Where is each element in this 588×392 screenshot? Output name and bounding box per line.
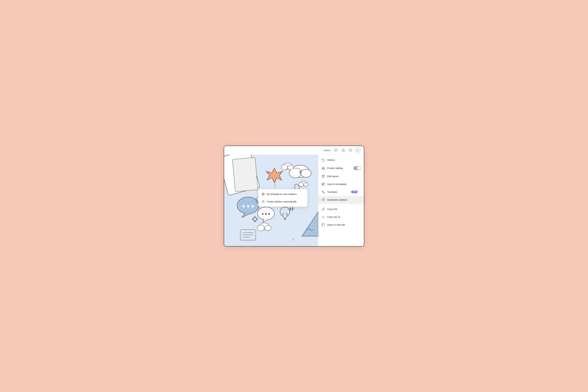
star-icon: [342, 148, 345, 152]
edit-layout-chevron: ›: [360, 175, 361, 178]
star-icon-button[interactable]: [340, 147, 346, 153]
translate-chevron: ›: [360, 191, 361, 193]
content-area: ?: [224, 155, 364, 246]
app-window: Share: [224, 146, 364, 246]
svg-point-27: [265, 213, 267, 215]
svg-point-23: [247, 205, 249, 207]
copy-doc-id-label: Copy doc id: [327, 216, 361, 218]
history-icon: [322, 158, 325, 162]
share-button[interactable]: Share: [322, 148, 332, 153]
svg-point-6: [358, 151, 358, 152]
svg-marker-0: [342, 149, 345, 152]
subdocs-popup: Set template for new subdocs Create subd…: [258, 189, 307, 207]
svg-rect-54: [262, 193, 263, 194]
save-templates-label: Save to templates: [327, 183, 361, 186]
svg-rect-67: [322, 184, 323, 186]
create-subdocs-label: Create subdocs automatically: [267, 200, 297, 203]
info-icon: [349, 148, 352, 152]
svg-point-15: [281, 164, 288, 170]
svg-marker-47: [302, 212, 318, 236]
more-icon: [356, 148, 359, 152]
svg-rect-56: [262, 194, 263, 195]
svg-point-20: [304, 183, 308, 186]
translate-label: Translate: [327, 190, 349, 193]
menu-item-history[interactable]: History: [318, 156, 364, 164]
lock-icon: [322, 166, 325, 170]
canvas-area: ?: [224, 155, 318, 246]
translate-icon: [322, 190, 325, 194]
open-tab-icon: [322, 223, 325, 226]
menu-item-copy-doc-id[interactable]: Copy doc id: [318, 213, 364, 221]
svg-rect-55: [263, 193, 264, 194]
svg-point-24: [252, 205, 254, 207]
menu-item-automate-subdocs[interactable]: Automate subdocs ›: [318, 196, 364, 204]
clock-refresh-icon: [262, 200, 265, 203]
new-badge: NEW: [351, 191, 358, 193]
comment-icon: [334, 148, 338, 152]
comment-icon-button[interactable]: [333, 147, 339, 153]
menu-item-save-templates[interactable]: Save to templates: [318, 180, 364, 188]
automate-subdocs-label: Automate subdocs: [327, 198, 358, 201]
svg-point-22: [242, 205, 245, 207]
protect-editing-toggle[interactable]: [353, 166, 361, 170]
menu-item-open-new-tab[interactable]: Open in new tab: [318, 221, 364, 229]
set-template-item[interactable]: Set template for new subdocs: [258, 190, 307, 198]
top-bar: Share: [224, 146, 364, 155]
svg-text:?: ?: [299, 170, 302, 175]
automate-subdocs-chevron: ›: [360, 198, 361, 201]
svg-point-39: [253, 217, 257, 221]
edit-layout-label: Edit layout: [327, 175, 358, 178]
info-icon-button[interactable]: [348, 147, 353, 153]
svg-point-26: [262, 213, 263, 215]
set-template-label: Set template for new subdocs: [267, 193, 297, 196]
open-new-tab-label: Open in new tab: [327, 223, 361, 226]
automate-icon: [322, 198, 325, 202]
copy-link-label: Copy link: [327, 208, 361, 210]
svg-point-5: [358, 150, 358, 150]
history-label: History: [327, 158, 361, 161]
link-icon: [322, 208, 325, 211]
svg-point-16: [288, 165, 294, 170]
svg-rect-8: [232, 158, 258, 192]
menu-item-edit-layout[interactable]: Edit layout ›: [318, 172, 364, 180]
template-icon: [262, 193, 265, 196]
svg-point-46: [265, 225, 271, 230]
svg-rect-62: [322, 175, 325, 178]
svg-rect-57: [263, 194, 264, 195]
create-subdocs-item[interactable]: Create subdocs automatically: [258, 198, 307, 206]
svg-point-19: [299, 182, 304, 186]
menu-item-translate[interactable]: Translate NEW ›: [318, 188, 364, 196]
svg-point-45: [257, 225, 264, 231]
svg-point-4: [358, 149, 358, 150]
menu-item-protect-editing[interactable]: Protect editing: [318, 164, 364, 172]
svg-text:?: ?: [292, 239, 294, 242]
layout-icon: [322, 175, 325, 178]
svg-point-28: [268, 213, 270, 215]
protect-editing-label: Protect editing: [327, 167, 351, 170]
svg-point-12: [301, 169, 311, 177]
dropdown-menu: History Protect editing: [318, 155, 364, 246]
svg-marker-9: [266, 168, 282, 182]
menu-item-copy-link[interactable]: Copy link: [318, 205, 364, 213]
templates-icon: [322, 182, 325, 186]
svg-rect-66: [324, 183, 325, 184]
svg-rect-65: [322, 183, 323, 184]
more-icon-button[interactable]: [355, 147, 361, 153]
code-icon: [322, 215, 325, 218]
